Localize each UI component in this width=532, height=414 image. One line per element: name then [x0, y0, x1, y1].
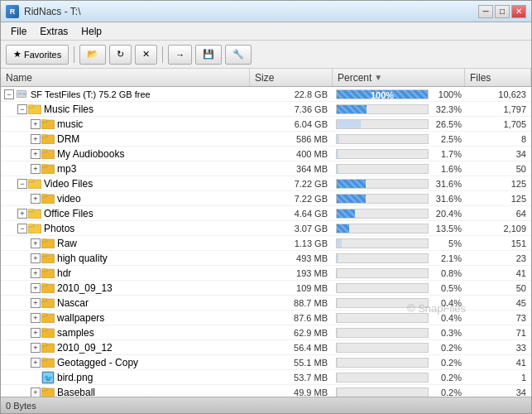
expand-button[interactable]: +	[31, 134, 41, 144]
table-row[interactable]: + My Audiobooks400 MB1.7%34	[1, 147, 531, 161]
col-size-header[interactable]: Size	[250, 69, 333, 86]
percent-cell: 26.5%	[333, 117, 465, 131]
collapse-button[interactable]: −	[17, 104, 27, 114]
expand-button[interactable]: +	[31, 164, 41, 174]
minimize-button[interactable]: ─	[478, 5, 493, 18]
table-row[interactable]: − Photos3.07 GB13.5%2,109	[1, 221, 531, 236]
item-name: DRM	[57, 133, 79, 145]
col-name-header[interactable]: Name	[1, 69, 250, 86]
stop-icon: ✕	[142, 49, 150, 60]
files-cell: 71	[465, 325, 531, 339]
expand-button[interactable]: +	[31, 238, 41, 248]
table-row[interactable]: − Music Files7.36 GB32.3%1,797	[1, 102, 531, 117]
expand-button[interactable]: +	[31, 268, 41, 278]
bar-fill	[337, 120, 361, 128]
percent-text: 0.3%	[432, 328, 462, 338]
table-row[interactable]: + video7.22 GB31.6%125	[1, 191, 531, 206]
table-row[interactable]: + Raw1.13 GB5%151	[1, 236, 531, 251]
refresh-button[interactable]: ↻	[109, 45, 132, 65]
svg-rect-39	[41, 268, 46, 271]
expand-button[interactable]: +	[31, 298, 41, 308]
folder-open-icon: 📂	[87, 49, 98, 60]
folder-icon	[41, 297, 55, 308]
favorites-button[interactable]: ★ Favorites	[6, 45, 69, 65]
table-row[interactable]: + wallpapers87.6 MB0.4%73	[1, 310, 531, 325]
size-cell: 7.36 GB	[250, 102, 333, 116]
table-row[interactable]: + mp3364 MB1.6%50	[1, 161, 531, 176]
menu-extras[interactable]: Extras	[33, 24, 74, 38]
svg-rect-33	[41, 238, 46, 241]
item-name: samples	[57, 327, 94, 339]
expand-button[interactable]: +	[31, 388, 41, 397]
expand-button[interactable]: +	[31, 194, 41, 204]
expand-button[interactable]: +	[31, 343, 41, 353]
menu-file[interactable]: File	[4, 24, 33, 38]
table-row[interactable]: − SF TestFiles (T:) 75.2 GB free22.8 GB1…	[1, 87, 531, 102]
percent-text: 20.4%	[432, 209, 462, 219]
table-row[interactable]: + Office Files4.64 GB20.4%64	[1, 206, 531, 221]
files-cell: 125	[465, 191, 531, 205]
table-row[interactable]: + hdr193 MB0.8%41	[1, 266, 531, 281]
percent-overlay-text: 100%	[371, 90, 394, 99]
size-cell: 193 MB	[250, 266, 333, 280]
table-row[interactable]: − Video Files7.22 GB31.6%125	[1, 176, 531, 191]
svg-rect-12	[41, 134, 46, 137]
forward-button[interactable]: →	[168, 45, 192, 65]
percent-bar	[336, 104, 429, 114]
table-row[interactable]: + Baseball49.9 MB0.2%34	[1, 385, 531, 397]
percent-bar	[336, 238, 429, 248]
size-cell: 87.6 MB	[250, 310, 333, 325]
collapse-button[interactable]: −	[17, 224, 27, 233]
table-row[interactable]: + Nascar88.7 MB0.4%45	[1, 296, 531, 310]
name-cell: + Office Files	[1, 206, 250, 220]
table-row[interactable]: + 2010_09_13109 MB0.5%50	[1, 281, 531, 296]
table-row[interactable]: + 2010_09_1256.4 MB0.2%33	[1, 340, 531, 355]
expand-button[interactable]: +	[31, 149, 41, 159]
table-row[interactable]: + DRM586 MB2.5%8	[1, 132, 531, 147]
title-controls: ─ □ ✕	[478, 5, 526, 18]
col-files-header[interactable]: Files	[465, 69, 531, 86]
table-row[interactable]: + high quality493 MB2.1%23	[1, 251, 531, 266]
name-cell: + music	[1, 117, 250, 131]
percent-cell: 1.6%	[333, 161, 465, 176]
col-percent-header[interactable]: Percent ▼	[333, 69, 465, 86]
save-button[interactable]: 💾	[195, 45, 222, 65]
size-cell: 3.07 GB	[250, 221, 333, 235]
maximize-button[interactable]: □	[495, 5, 510, 18]
files-cell: 41	[465, 355, 531, 369]
item-name: high quality	[57, 253, 108, 264]
expand-button[interactable]: +	[31, 358, 41, 368]
percent-text: 2.1%	[432, 253, 462, 263]
files-cell: 1	[465, 370, 531, 384]
expand-button[interactable]: +	[17, 209, 27, 219]
collapse-button[interactable]: −	[17, 179, 27, 189]
stop-button[interactable]: ✕	[135, 45, 157, 65]
close-button[interactable]: ✕	[511, 5, 526, 18]
expand-button[interactable]: +	[31, 253, 41, 263]
menu-help[interactable]: Help	[74, 24, 108, 38]
percent-cell: 5%	[333, 236, 465, 250]
files-cell: 64	[465, 206, 531, 220]
folder-icon	[41, 238, 55, 248]
expand-button[interactable]: +	[31, 313, 41, 323]
expand-button[interactable]: +	[31, 283, 41, 293]
table-row[interactable]: + 🐦 bird.png53.7 MB0.2%1	[1, 370, 531, 385]
settings-button[interactable]: 🔧	[225, 45, 252, 65]
percent-cell: 32.3%	[333, 102, 465, 116]
files-cell: 1,705	[465, 117, 531, 131]
status-text: 0 Bytes	[6, 401, 36, 411]
table-row[interactable]: + music6.04 GB26.5%1,705	[1, 117, 531, 132]
size-cell: 586 MB	[250, 132, 333, 146]
item-name: video	[57, 193, 81, 205]
svg-rect-51	[41, 328, 46, 330]
folder-icon	[41, 327, 55, 338]
expand-button[interactable]: +	[31, 328, 41, 338]
item-name: Music Files	[44, 104, 93, 115]
percent-bar	[336, 343, 429, 353]
expand-button[interactable]: +	[31, 119, 41, 129]
open-folder-button[interactable]: 📂	[79, 45, 106, 65]
expand-button[interactable]: −	[4, 89, 14, 99]
table-body[interactable]: − SF TestFiles (T:) 75.2 GB free22.8 GB1…	[1, 87, 531, 397]
table-row[interactable]: + Geotagged - Copy55.1 MB0.2%41	[1, 355, 531, 370]
table-row[interactable]: + samples62.9 MB0.3%71	[1, 325, 531, 340]
